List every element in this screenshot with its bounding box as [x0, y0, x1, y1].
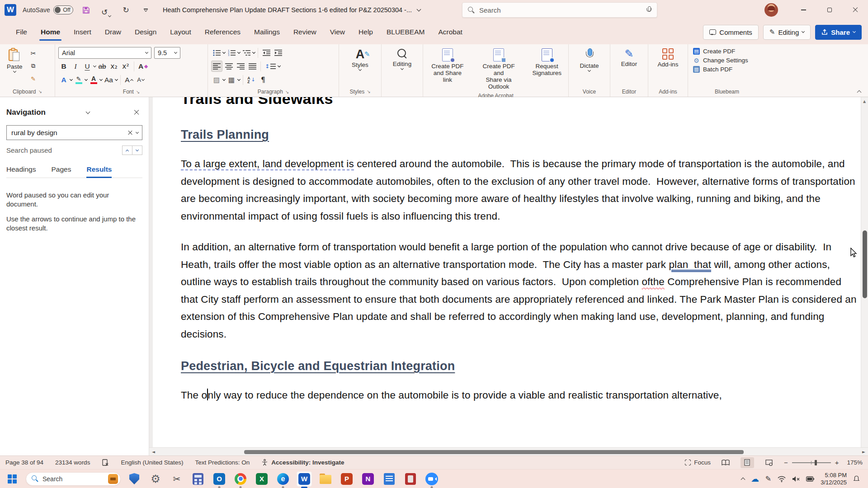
title-dropdown-chevron[interactable]: [417, 7, 421, 12]
styles-button[interactable]: A✎ Styles: [348, 47, 372, 85]
accessibility-checker[interactable]: Accessibility: Investigate: [261, 459, 344, 466]
sort-button[interactable]: AZ ↓: [246, 74, 257, 85]
word-app-icon[interactable]: W: [5, 4, 16, 16]
align-right-button[interactable]: [235, 61, 246, 72]
font-name-combo[interactable]: Arial: [58, 47, 151, 59]
wifi-icon[interactable]: [778, 476, 786, 482]
taskbar-chrome[interactable]: [233, 471, 248, 487]
font-color-button[interactable]: A: [88, 74, 99, 85]
styles-dialog-launcher[interactable]: ↘: [367, 89, 370, 94]
superscript-button[interactable]: x²: [120, 61, 131, 72]
zoom-slider[interactable]: − +: [784, 459, 839, 466]
editing-group-chevron[interactable]: [401, 67, 404, 70]
copy-button[interactable]: ⧉: [28, 61, 39, 72]
text-effects-button[interactable]: A: [58, 74, 69, 85]
underline-button[interactable]: U: [82, 61, 93, 72]
change-case-button[interactable]: Aa: [103, 74, 114, 85]
volume-muted-icon[interactable]: [792, 476, 800, 482]
taskbar-file-explorer[interactable]: [318, 471, 333, 487]
editor-suggestion-underline[interactable]: To a large extent, land development is: [181, 158, 354, 170]
tab-mailings[interactable]: Mailings: [248, 24, 286, 40]
line-spacing-button[interactable]: ↕: [264, 61, 277, 72]
zoom-out-button[interactable]: −: [784, 459, 788, 466]
notifications-icon[interactable]: [853, 475, 860, 482]
mic-icon[interactable]: [646, 6, 651, 14]
zoom-percentage[interactable]: 175%: [847, 459, 863, 466]
font-size-combo[interactable]: 9.5: [154, 47, 180, 59]
navigation-search-box[interactable]: [6, 125, 142, 140]
bluebeam-change-settings-button[interactable]: ⚙ Change Settings: [693, 57, 748, 64]
taskbar-excel[interactable]: X: [254, 471, 269, 487]
paragraph-dialog-launcher[interactable]: ↘: [285, 89, 289, 94]
dictate-button[interactable]: Dictate: [576, 47, 602, 85]
navigation-options-button[interactable]: [82, 112, 94, 113]
search-highlight-icon[interactable]: [108, 474, 118, 484]
tab-bluebeam[interactable]: BLUEBEAM: [381, 24, 430, 40]
editing-group-button[interactable]: Editing: [389, 47, 415, 85]
tab-help[interactable]: Help: [353, 24, 379, 40]
taskbar-calculator[interactable]: [190, 471, 206, 487]
borders-chevron[interactable]: [237, 77, 241, 80]
nav-tab-pages[interactable]: Pages: [52, 162, 71, 178]
doc-paragraph-2[interactable]: In addition, an alternative form of tran…: [181, 239, 858, 343]
taskbar-zoom-app[interactable]: [424, 471, 439, 487]
bluebeam-create-pdf-button[interactable]: ▤ Create PDF: [693, 48, 748, 55]
vertical-scrollbar[interactable]: ▲: [861, 97, 868, 447]
taskbar-snipping-tool[interactable]: ✂: [169, 471, 184, 487]
addins-button[interactable]: Add-ins: [654, 47, 682, 85]
cut-button[interactable]: ✂: [28, 47, 39, 59]
undo-button[interactable]: ↺: [99, 3, 113, 17]
print-layout-button[interactable]: [741, 457, 754, 468]
text-predictions-indicator[interactable]: Text Predictions: On: [195, 459, 250, 466]
taskbar-notes-app[interactable]: [382, 471, 397, 487]
taskbar-onenote[interactable]: N: [360, 471, 376, 487]
shading-chevron[interactable]: [222, 77, 226, 80]
underline-chevron[interactable]: [93, 64, 96, 67]
format-painter-button[interactable]: ✎: [28, 73, 39, 84]
create-pdf-share-link-button[interactable]: Create PDF and Share link: [426, 47, 469, 92]
numbered-list-button[interactable]: 123: [226, 47, 237, 58]
close-button[interactable]: [842, 0, 868, 20]
minimize-button[interactable]: [791, 0, 816, 20]
proofing-errors-button[interactable]: [102, 459, 109, 466]
align-left-button[interactable]: [211, 61, 222, 72]
taskbar-search-box[interactable]: Search: [26, 472, 121, 486]
decrease-indent-button[interactable]: [261, 47, 272, 58]
numbered-list-chevron[interactable]: [237, 50, 241, 53]
horizontal-scrollbar-thumb[interactable]: [244, 450, 744, 454]
share-button[interactable]: Share: [815, 25, 862, 40]
tab-layout[interactable]: Layout: [164, 24, 197, 40]
zoom-in-button[interactable]: +: [835, 459, 839, 466]
scroll-up-arrow[interactable]: ▲: [863, 99, 866, 103]
multilevel-list-chevron[interactable]: [252, 50, 255, 53]
autosave-toggle[interactable]: Off: [53, 5, 73, 14]
user-avatar[interactable]: [764, 3, 778, 17]
dictate-chevron[interactable]: [588, 69, 591, 72]
italic-button[interactable]: I: [70, 61, 81, 72]
customize-quick-access-button[interactable]: [139, 3, 153, 17]
doc-paragraph-3[interactable]: The only way to reduce the dependence on…: [181, 387, 858, 404]
taskbar-outlook[interactable]: O: [212, 471, 227, 487]
shrink-font-button[interactable]: A: [135, 74, 146, 85]
grammar-underline[interactable]: plan that: [669, 259, 711, 270]
bullet-list-button[interactable]: [211, 47, 222, 58]
onedrive-cloud-icon[interactable]: ☁: [751, 474, 759, 483]
tab-references[interactable]: References: [199, 24, 246, 40]
autosave-control[interactable]: AutoSave Off: [23, 5, 73, 14]
clipboard-dialog-launcher[interactable]: ↘: [38, 89, 42, 94]
taskbar-edge[interactable]: e: [275, 471, 291, 487]
vertical-scrollbar-thumb[interactable]: [863, 230, 867, 298]
clear-formatting-button[interactable]: A◆: [137, 61, 149, 72]
line-spacing-chevron[interactable]: [278, 64, 281, 67]
zoom-track[interactable]: [792, 462, 831, 463]
highlight-button[interactable]: ✎: [73, 74, 84, 85]
search-options-chevron[interactable]: [136, 130, 139, 133]
shading-button[interactable]: ▨: [211, 74, 222, 85]
read-mode-button[interactable]: [719, 457, 732, 468]
language-indicator[interactable]: English (United States): [121, 459, 183, 466]
clear-search-icon[interactable]: [128, 131, 132, 135]
grow-font-button[interactable]: A: [123, 74, 134, 85]
tab-design[interactable]: Design: [129, 24, 162, 40]
borders-button[interactable]: ▦: [226, 74, 237, 85]
document-title[interactable]: Heath Comprehensive Plan Update DRAFT Se…: [163, 6, 412, 14]
